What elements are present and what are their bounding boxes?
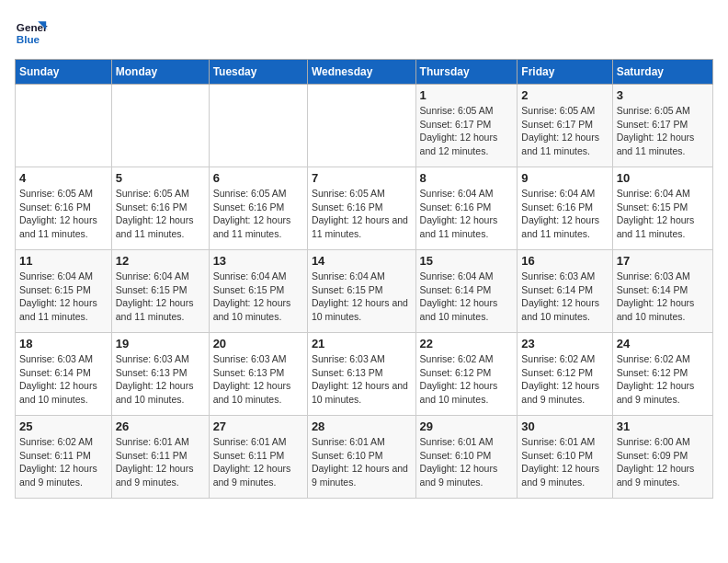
day-number: 7 (312, 171, 412, 185)
day-number: 13 (213, 254, 303, 268)
calendar-cell: 14Sunrise: 6:04 AMSunset: 6:15 PMDayligh… (307, 250, 415, 333)
day-info: Sunrise: 6:04 AMSunset: 6:15 PMDaylight:… (617, 187, 709, 241)
calendar-cell: 27Sunrise: 6:01 AMSunset: 6:11 PMDayligh… (209, 416, 307, 499)
calendar-cell: 19Sunrise: 6:03 AMSunset: 6:13 PMDayligh… (111, 333, 209, 416)
day-info: Sunrise: 6:03 AMSunset: 6:13 PMDaylight:… (213, 352, 303, 407)
calendar-cell: 2Sunrise: 6:05 AMSunset: 6:17 PMDaylight… (518, 85, 612, 167)
calendar-cell: 31Sunrise: 6:00 AMSunset: 6:09 PMDayligh… (612, 416, 712, 499)
day-info: Sunrise: 6:05 AMSunset: 6:16 PMDaylight:… (19, 187, 108, 241)
calendar-week-row: 18Sunrise: 6:03 AMSunset: 6:14 PMDayligh… (16, 333, 713, 416)
day-info: Sunrise: 6:04 AMSunset: 6:16 PMDaylight:… (420, 187, 514, 241)
day-info: Sunrise: 6:03 AMSunset: 6:14 PMDaylight:… (19, 352, 108, 407)
logo: General Blue (15, 15, 48, 48)
day-info: Sunrise: 6:05 AMSunset: 6:17 PMDaylight:… (521, 104, 608, 158)
day-info: Sunrise: 6:04 AMSunset: 6:15 PMDaylight:… (19, 270, 108, 324)
weekday-header: Wednesday (307, 60, 415, 85)
calendar-week-row: 4Sunrise: 6:05 AMSunset: 6:16 PMDaylight… (16, 167, 713, 250)
calendar-cell: 15Sunrise: 6:04 AMSunset: 6:14 PMDayligh… (415, 250, 518, 333)
calendar-cell: 12Sunrise: 6:04 AMSunset: 6:15 PMDayligh… (111, 250, 209, 333)
weekday-header: Tuesday (209, 60, 307, 85)
day-number: 31 (617, 419, 709, 433)
day-info: Sunrise: 6:04 AMSunset: 6:14 PMDaylight:… (420, 270, 514, 324)
weekday-header: Friday (518, 60, 612, 85)
weekday-header: Sunday (16, 60, 112, 85)
calendar-cell: 7Sunrise: 6:05 AMSunset: 6:16 PMDaylight… (307, 167, 415, 250)
calendar-cell: 13Sunrise: 6:04 AMSunset: 6:15 PMDayligh… (209, 250, 307, 333)
day-info: Sunrise: 6:03 AMSunset: 6:14 PMDaylight:… (617, 270, 709, 324)
calendar-cell: 17Sunrise: 6:03 AMSunset: 6:14 PMDayligh… (612, 250, 712, 333)
day-info: Sunrise: 6:05 AMSunset: 6:16 PMDaylight:… (312, 187, 412, 241)
day-info: Sunrise: 6:05 AMSunset: 6:16 PMDaylight:… (213, 187, 303, 241)
day-info: Sunrise: 6:02 AMSunset: 6:12 PMDaylight:… (617, 352, 709, 407)
day-number: 4 (19, 171, 108, 185)
calendar-cell (209, 85, 307, 167)
calendar-cell: 20Sunrise: 6:03 AMSunset: 6:13 PMDayligh… (209, 333, 307, 416)
calendar-cell: 25Sunrise: 6:02 AMSunset: 6:11 PMDayligh… (16, 416, 112, 499)
day-number: 17 (617, 254, 709, 268)
calendar-cell: 4Sunrise: 6:05 AMSunset: 6:16 PMDaylight… (16, 167, 112, 250)
day-number: 22 (420, 337, 514, 350)
day-number: 26 (116, 419, 205, 433)
calendar-cell (16, 85, 112, 167)
day-info: Sunrise: 6:05 AMSunset: 6:17 PMDaylight:… (420, 104, 514, 158)
day-info: Sunrise: 6:02 AMSunset: 6:12 PMDaylight:… (420, 352, 514, 407)
day-number: 3 (617, 88, 709, 102)
day-number: 15 (420, 254, 514, 268)
day-number: 21 (312, 337, 412, 350)
calendar-cell: 5Sunrise: 6:05 AMSunset: 6:16 PMDaylight… (111, 167, 209, 250)
day-info: Sunrise: 6:01 AMSunset: 6:10 PMDaylight:… (521, 435, 608, 489)
calendar-cell: 1Sunrise: 6:05 AMSunset: 6:17 PMDaylight… (415, 85, 518, 167)
calendar-cell: 16Sunrise: 6:03 AMSunset: 6:14 PMDayligh… (518, 250, 612, 333)
calendar-cell: 28Sunrise: 6:01 AMSunset: 6:10 PMDayligh… (307, 416, 415, 499)
weekday-header: Monday (111, 60, 209, 85)
calendar-week-row: 1Sunrise: 6:05 AMSunset: 6:17 PMDaylight… (16, 85, 713, 167)
day-number: 10 (617, 171, 709, 185)
day-info: Sunrise: 6:02 AMSunset: 6:12 PMDaylight:… (521, 352, 608, 407)
day-info: Sunrise: 6:01 AMSunset: 6:11 PMDaylight:… (213, 435, 303, 489)
svg-text:Blue: Blue (17, 33, 40, 45)
calendar-cell: 23Sunrise: 6:02 AMSunset: 6:12 PMDayligh… (518, 333, 612, 416)
day-info: Sunrise: 6:04 AMSunset: 6:15 PMDaylight:… (116, 270, 205, 324)
day-info: Sunrise: 6:01 AMSunset: 6:10 PMDaylight:… (312, 435, 412, 489)
logo-icon: General Blue (15, 15, 48, 48)
day-info: Sunrise: 6:03 AMSunset: 6:13 PMDaylight:… (312, 352, 412, 407)
page-header: General Blue (15, 15, 713, 48)
calendar-cell (307, 85, 415, 167)
day-number: 1 (420, 88, 514, 102)
calendar-cell: 10Sunrise: 6:04 AMSunset: 6:15 PMDayligh… (612, 167, 712, 250)
calendar-week-row: 11Sunrise: 6:04 AMSunset: 6:15 PMDayligh… (16, 250, 713, 333)
weekday-header: Thursday (415, 60, 518, 85)
day-info: Sunrise: 6:04 AMSunset: 6:16 PMDaylight:… (521, 187, 608, 241)
calendar-cell: 21Sunrise: 6:03 AMSunset: 6:13 PMDayligh… (307, 333, 415, 416)
calendar-header: SundayMondayTuesdayWednesdayThursdayFrid… (16, 60, 713, 85)
day-number: 23 (521, 337, 608, 350)
calendar-cell: 29Sunrise: 6:01 AMSunset: 6:10 PMDayligh… (415, 416, 518, 499)
day-number: 8 (420, 171, 514, 185)
calendar-cell (111, 85, 209, 167)
weekday-header: Saturday (612, 60, 712, 85)
day-info: Sunrise: 6:04 AMSunset: 6:15 PMDaylight:… (213, 270, 303, 324)
calendar-body: 1Sunrise: 6:05 AMSunset: 6:17 PMDaylight… (16, 85, 713, 499)
day-number: 6 (213, 171, 303, 185)
weekday-row: SundayMondayTuesdayWednesdayThursdayFrid… (16, 60, 713, 85)
day-number: 24 (617, 337, 709, 350)
calendar-cell: 22Sunrise: 6:02 AMSunset: 6:12 PMDayligh… (415, 333, 518, 416)
calendar-cell: 18Sunrise: 6:03 AMSunset: 6:14 PMDayligh… (16, 333, 112, 416)
calendar-table: SundayMondayTuesdayWednesdayThursdayFrid… (15, 59, 713, 499)
calendar-cell: 30Sunrise: 6:01 AMSunset: 6:10 PMDayligh… (518, 416, 612, 499)
calendar-cell: 24Sunrise: 6:02 AMSunset: 6:12 PMDayligh… (612, 333, 712, 416)
day-number: 9 (521, 171, 608, 185)
calendar-cell: 3Sunrise: 6:05 AMSunset: 6:17 PMDaylight… (612, 85, 712, 167)
day-info: Sunrise: 6:05 AMSunset: 6:17 PMDaylight:… (617, 104, 709, 158)
day-number: 19 (116, 337, 205, 350)
day-info: Sunrise: 6:02 AMSunset: 6:11 PMDaylight:… (19, 435, 108, 489)
day-number: 14 (312, 254, 412, 268)
calendar-cell: 9Sunrise: 6:04 AMSunset: 6:16 PMDaylight… (518, 167, 612, 250)
day-number: 2 (521, 88, 608, 102)
day-info: Sunrise: 6:03 AMSunset: 6:14 PMDaylight:… (521, 270, 608, 324)
day-info: Sunrise: 6:03 AMSunset: 6:13 PMDaylight:… (116, 352, 205, 407)
day-number: 5 (116, 171, 205, 185)
calendar-cell: 8Sunrise: 6:04 AMSunset: 6:16 PMDaylight… (415, 167, 518, 250)
day-number: 29 (420, 419, 514, 433)
day-number: 18 (19, 337, 108, 350)
